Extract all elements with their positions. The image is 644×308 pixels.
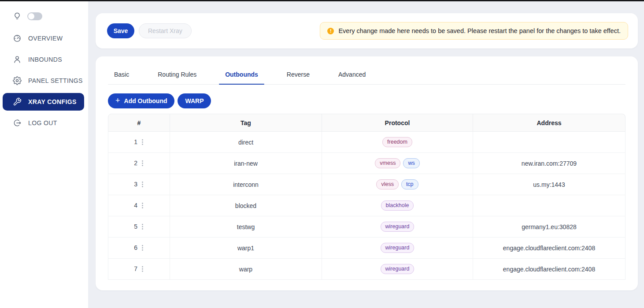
plus-icon: + bbox=[115, 96, 120, 104]
wrench-icon bbox=[13, 97, 22, 106]
lightbulb-icon bbox=[13, 12, 22, 21]
table-row: 7warpwireguardengage.cloudflareclient.co… bbox=[108, 259, 625, 280]
cell-num: 6 bbox=[108, 237, 170, 259]
cell-num: 4 bbox=[108, 195, 170, 216]
column-header-protocol: Protocol bbox=[322, 114, 473, 132]
sidebar-item-overview[interactable]: OVERVIEW bbox=[0, 30, 88, 47]
cell-tag: testwg bbox=[170, 216, 322, 237]
outbound-tag: blocked bbox=[235, 202, 256, 209]
cell-address: germany1.eu:30828 bbox=[473, 216, 625, 237]
outbound-address: new.iran.com:27709 bbox=[522, 160, 577, 167]
add-outbound-button[interactable]: + Add Outbound bbox=[108, 93, 174, 108]
row-number: 6 bbox=[134, 244, 137, 251]
unsaved-changes-alert: ! Every change made here needs to be sav… bbox=[320, 22, 628, 40]
save-button[interactable]: Save bbox=[107, 23, 134, 38]
tab-advanced[interactable]: Advanced bbox=[332, 71, 372, 84]
toggle-knob bbox=[28, 13, 34, 19]
theme-toggle-switch[interactable] bbox=[27, 12, 42, 20]
cell-tag: blocked bbox=[170, 195, 322, 216]
cell-protocol: wireguard bbox=[322, 216, 473, 237]
cell-tag: warp bbox=[170, 259, 322, 280]
sidebar-item-label: LOG OUT bbox=[28, 119, 57, 126]
warp-button[interactable]: WARP bbox=[178, 93, 211, 108]
table-row: 1directfreedom bbox=[108, 132, 625, 153]
row-number: 7 bbox=[134, 265, 137, 272]
row-menu-icon[interactable] bbox=[141, 244, 144, 252]
cell-tag: direct bbox=[170, 132, 322, 153]
cell-protocol: blackhole bbox=[322, 195, 473, 216]
protocol-badge-wireguard: wireguard bbox=[381, 222, 415, 232]
config-tabs: BasicRouting RulesOutboundsReverseAdvanc… bbox=[108, 71, 625, 85]
theme-toggle-row bbox=[0, 7, 88, 26]
warp-label: WARP bbox=[185, 97, 204, 104]
table-row: 4blockedblackhole bbox=[108, 195, 625, 216]
outbound-address: engage.cloudflareclient.com:2408 bbox=[503, 245, 595, 252]
outbound-tag: testwg bbox=[237, 223, 255, 230]
protocol-badge-tcp: tcp bbox=[401, 179, 418, 189]
outbound-tag: interconn bbox=[233, 181, 259, 188]
cell-num: 3 bbox=[108, 174, 170, 195]
tab-basic[interactable]: Basic bbox=[108, 71, 135, 84]
protocol-badge-wireguard: wireguard bbox=[381, 243, 415, 253]
row-menu-icon[interactable] bbox=[141, 202, 144, 209]
warning-icon: ! bbox=[327, 28, 334, 34]
restart-xray-button[interactable]: Restart Xray bbox=[139, 23, 192, 38]
table-row: 3interconnvlesstcpus.my:1443 bbox=[108, 174, 625, 195]
tab-reverse[interactable]: Reverse bbox=[281, 71, 316, 84]
row-number: 5 bbox=[134, 223, 137, 230]
row-menu-icon[interactable] bbox=[141, 223, 144, 230]
sidebar-item-panel-settings[interactable]: PANEL SETTINGS bbox=[0, 72, 88, 89]
row-menu-icon[interactable] bbox=[141, 160, 144, 167]
cell-address: engage.cloudflareclient.com:2408 bbox=[473, 237, 625, 259]
add-outbound-label: Add Outbound bbox=[124, 97, 167, 104]
sidebar-item-label: OVERVIEW bbox=[28, 35, 63, 42]
outbound-tag: direct bbox=[238, 139, 253, 146]
outbound-actions: + Add Outbound WARP bbox=[108, 93, 625, 108]
outbound-tag: iran-new bbox=[234, 160, 258, 167]
cell-num: 7 bbox=[108, 259, 170, 280]
table-row: 6warp1wireguardengage.cloudflareclient.c… bbox=[108, 237, 625, 259]
outbounds-table: #TagProtocolAddress 1directfreedom2iran-… bbox=[108, 114, 625, 280]
row-number: 4 bbox=[134, 202, 137, 209]
column-header-address: Address bbox=[473, 114, 625, 132]
tab-routing-rules[interactable]: Routing Rules bbox=[152, 71, 203, 84]
cell-protocol: freedom bbox=[322, 132, 473, 153]
row-menu-icon[interactable] bbox=[141, 181, 144, 188]
row-number: 3 bbox=[134, 181, 137, 188]
dashboard-icon bbox=[13, 34, 22, 43]
logout-icon bbox=[13, 119, 22, 127]
sidebar-item-log-out[interactable]: LOG OUT bbox=[0, 114, 88, 132]
sidebar-item-inbounds[interactable]: INBOUNDS bbox=[0, 51, 88, 68]
row-number: 2 bbox=[134, 160, 137, 167]
row-menu-icon[interactable] bbox=[141, 265, 144, 273]
outbound-tag: warp1 bbox=[237, 245, 254, 252]
table-body: 1directfreedom2iran-newvmesswsnew.iran.c… bbox=[108, 132, 625, 280]
row-number: 1 bbox=[134, 138, 137, 145]
main-content: Save Restart Xray ! Every change made he… bbox=[88, 1, 644, 308]
cell-num: 5 bbox=[108, 216, 170, 237]
cell-protocol: vmessws bbox=[322, 153, 473, 174]
protocol-badge-vmess: vmess bbox=[375, 158, 400, 168]
app-root: OVERVIEWINBOUNDSPANEL SETTINGSXRAY CONFI… bbox=[0, 1, 644, 308]
toolbar-card: Save Restart Xray ! Every change made he… bbox=[96, 13, 638, 48]
row-menu-icon[interactable] bbox=[141, 138, 144, 146]
cell-tag: warp1 bbox=[170, 237, 322, 259]
sidebar-item-label: INBOUNDS bbox=[28, 56, 62, 63]
user-icon bbox=[13, 55, 22, 64]
outbound-address: engage.cloudflareclient.com:2408 bbox=[503, 266, 595, 273]
xray-config-card: BasicRouting RulesOutboundsReverseAdvanc… bbox=[96, 56, 638, 290]
tab-outbounds[interactable]: Outbounds bbox=[219, 71, 264, 84]
sidebar: OVERVIEWINBOUNDSPANEL SETTINGSXRAY CONFI… bbox=[0, 1, 88, 308]
sidebar-item-label: PANEL SETTINGS bbox=[28, 77, 83, 84]
outbound-address: germany1.eu:30828 bbox=[522, 223, 577, 230]
protocol-badge-wireguard: wireguard bbox=[381, 264, 415, 274]
table-header-row: #TagProtocolAddress bbox=[108, 114, 625, 132]
sidebar-item-xray-configs[interactable]: XRAY CONFIGS bbox=[3, 93, 84, 111]
cell-protocol: wireguard bbox=[322, 237, 473, 259]
protocol-badge-freedom: freedom bbox=[382, 137, 412, 147]
cell-num: 2 bbox=[108, 153, 170, 174]
column-header-tag: Tag bbox=[170, 114, 322, 132]
cell-tag: iran-new bbox=[170, 153, 322, 174]
protocol-badge-vless: vless bbox=[376, 179, 398, 189]
sidebar-item-label: XRAY CONFIGS bbox=[28, 98, 77, 105]
